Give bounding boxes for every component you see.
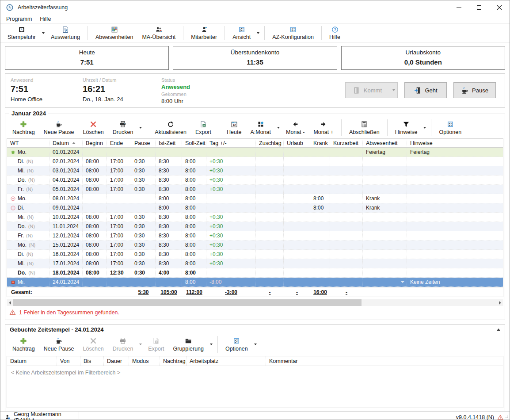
- gruppierung-button[interactable]: Gruppierung: [169, 335, 209, 354]
- mitarbeiter-button[interactable]: Mitarbeiter: [186, 25, 221, 41]
- abwesenheiten-button[interactable]: Abwesenheiten: [91, 25, 137, 41]
- soll-value: 8:00: [185, 158, 195, 164]
- day-row-11.01.2024[interactable]: Do.(N)11.01.202408:0017:000:308:308:00+0…: [7, 222, 503, 231]
- neue-pause-button[interactable]: Neue Pause: [39, 118, 79, 137]
- loeschen-button[interactable]: Löschen: [79, 118, 108, 137]
- resize-grip-icon[interactable]: [504, 414, 509, 419]
- az-konfiguration-button[interactable]: AZ-Konfiguration: [268, 25, 318, 41]
- hilfe-label: Hilfe: [329, 34, 340, 40]
- cell-datum: 16.01.2024: [49, 250, 83, 259]
- ende-value: 17:00: [110, 177, 123, 183]
- stamps-column-datum[interactable]: Datum: [7, 356, 57, 366]
- stamps-column-dauer[interactable]: Dauer: [104, 356, 129, 366]
- pause-label: Pause: [472, 87, 488, 94]
- gruppierung-dropdown[interactable]: [208, 335, 214, 354]
- menu-programm[interactable]: Programm: [2, 15, 36, 23]
- scrollbar-thumb[interactable]: [13, 299, 362, 306]
- day-row-02.01.2024[interactable]: Di.(N)02.01.202408:0017:000:308:308:00+0…: [7, 157, 503, 166]
- monat-plus-button[interactable]: Monat +: [309, 118, 338, 137]
- day-row-12.01.2024[interactable]: Fr.(N)12.01.202408:0017:000:308:308:00+0…: [7, 231, 503, 241]
- total-cell-hinweise: [407, 287, 503, 297]
- hinweise-button[interactable]: Hinweise: [391, 118, 422, 137]
- day-row-05.01.2024[interactable]: Fr.(N)05.01.202408:0017:000:308:308:00+0…: [7, 185, 503, 194]
- column-header-zuschlag[interactable]: Zuschlag: [256, 139, 284, 147]
- day-row-03.01.2024[interactable]: Mi.(N)03.01.202408:0017:000:308:308:00+0…: [7, 166, 503, 176]
- column-header-datum[interactable]: Datum: [49, 139, 83, 147]
- day-row-24.01.2024[interactable]: Mi.24.01.20248:00-8:00Keine Zeiten: [7, 278, 503, 287]
- stamps-column-bis[interactable]: Bis: [80, 356, 104, 366]
- stempeluhr-button[interactable]: Stempeluhr: [3, 25, 40, 41]
- minimize-button[interactable]: [449, 0, 469, 15]
- cell-urlaub: [284, 203, 310, 212]
- day-row-09.01.2024[interactable]: Di.09.01.20248:008:008:00Krank: [7, 203, 503, 213]
- day-row-04.01.2024[interactable]: Do.(N)04.01.202408:0017:000:308:308:00+0…: [7, 176, 503, 185]
- collapse-icon[interactable]: [497, 328, 500, 331]
- scroll-left-arrow[interactable]: [7, 299, 13, 306]
- stamps-column-modus[interactable]: Modus: [129, 356, 160, 366]
- stamp-loeschen-label: Löschen: [83, 346, 104, 352]
- aktualisieren-button[interactable]: Aktualisieren: [150, 118, 191, 137]
- ansicht-dropdown[interactable]: [255, 25, 261, 41]
- column-header-hinweise[interactable]: Hinweise: [407, 139, 503, 147]
- column-header-wt[interactable]: WT: [7, 139, 49, 147]
- close-button[interactable]: [489, 0, 510, 15]
- stamp-optionen-dropdown[interactable]: [252, 335, 259, 354]
- absence-dropdown-icon[interactable]: [401, 281, 404, 283]
- a-monat-button[interactable]: A:Monat: [246, 118, 275, 137]
- column-header-abwesenheit[interactable]: Abwesenheit: [363, 139, 407, 147]
- cell-beginn: 08:00: [83, 176, 107, 184]
- stamps-column-kommentar[interactable]: Kommentar: [266, 356, 503, 366]
- total-label-text: Gesamt:: [11, 289, 32, 295]
- column-header-beginn[interactable]: Beginn: [83, 139, 107, 147]
- column-header-pause[interactable]: Pause: [131, 139, 156, 147]
- day-row-08.01.2024[interactable]: Mo.08.01.20248:008:008:00Krank: [7, 194, 503, 203]
- stamps-column-arbeitsplatz[interactable]: Arbeitsplatz: [186, 356, 266, 366]
- day-row-17.01.2024[interactable]: Mi.(N)17.01.202408:0017:000:308:308:00+0…: [7, 259, 503, 268]
- weekday-label: Mo.: [18, 195, 27, 202]
- geht-button[interactable]: Geht: [404, 82, 447, 98]
- scroll-right-arrow[interactable]: [497, 299, 503, 306]
- column-header-ist-zeit[interactable]: Ist-Zeit: [156, 139, 182, 147]
- auswertung-button[interactable]: Auswertung: [46, 25, 84, 41]
- pause-button[interactable]: Pause: [453, 82, 496, 98]
- horizontal-scrollbar[interactable]: [7, 299, 503, 306]
- ma-uebersicht-button[interactable]: MA-Übersicht: [137, 25, 180, 41]
- day-row-15.01.2024[interactable]: Mo.(N)15.01.202408:0017:000:308:308:00+0…: [7, 241, 503, 250]
- a-monat-dropdown[interactable]: [275, 118, 282, 137]
- column-header-krank[interactable]: Krank: [310, 139, 330, 147]
- cell-soll: 8:00: [182, 250, 206, 259]
- day-row-10.01.2024[interactable]: Mi.(N)10.01.202408:0017:000:308:308:00+0…: [7, 213, 503, 222]
- drucken-dropdown[interactable]: [137, 118, 144, 137]
- column-header-tag-[interactable]: Tag +/-: [206, 139, 256, 147]
- month-icon: [257, 121, 265, 128]
- stamp-nachtrag-button[interactable]: Nachtrag: [8, 335, 39, 354]
- optionen-button[interactable]: Optionen: [434, 118, 466, 137]
- column-header-soll-zeit[interactable]: Soll-Zeit: [182, 139, 206, 147]
- drucken-button[interactable]: Drucken: [108, 118, 138, 137]
- menu-hilfe[interactable]: Hilfe: [36, 15, 55, 23]
- stamp-neue-pause-button[interactable]: Neue Pause: [39, 335, 79, 354]
- maximize-button[interactable]: [469, 0, 489, 15]
- day-row-18.01.2024[interactable]: Do.(N)18.01.202408:0012:300:304:008:00: [7, 268, 503, 278]
- presence-clock: Uhrzeit / Datum 16:21 Do., 18. Jan. 24: [83, 77, 140, 103]
- stamp-optionen-button[interactable]: Optionen: [221, 335, 252, 354]
- ansicht-button[interactable]: Ansicht: [228, 25, 255, 41]
- column-header-kurzarbeit[interactable]: Kurzarbeit: [330, 139, 363, 147]
- nachtrag-button[interactable]: Nachtrag: [8, 118, 39, 137]
- monat-minus-button[interactable]: Monat -: [282, 118, 309, 137]
- abschliessen-button[interactable]: Abschließen: [345, 118, 384, 137]
- day-row-01.01.2024[interactable]: Mo.01.01.2024FeiertagFeiertag: [7, 148, 503, 157]
- day-row-16.01.2024[interactable]: Di.(N)16.01.202408:0017:000:308:308:00+0…: [7, 250, 503, 259]
- export-button[interactable]: Export: [191, 118, 216, 137]
- column-header-ende[interactable]: Ende: [107, 139, 131, 147]
- column-header-urlaub[interactable]: Urlaub: [284, 139, 310, 147]
- hilfe-button[interactable]: ?Hilfe: [325, 25, 345, 41]
- cell-krank: [310, 268, 330, 277]
- heute-button[interactable]: 12Heute: [222, 118, 246, 137]
- scrollbar-track[interactable]: [13, 299, 497, 306]
- stamps-column-von[interactable]: Von: [57, 356, 80, 366]
- stamps-column-nachtrag[interactable]: Nachtrag: [160, 356, 186, 366]
- hinweise-dropdown[interactable]: [422, 118, 428, 137]
- toolbar-separator: [431, 119, 431, 136]
- stempeluhr-dropdown[interactable]: [40, 25, 46, 41]
